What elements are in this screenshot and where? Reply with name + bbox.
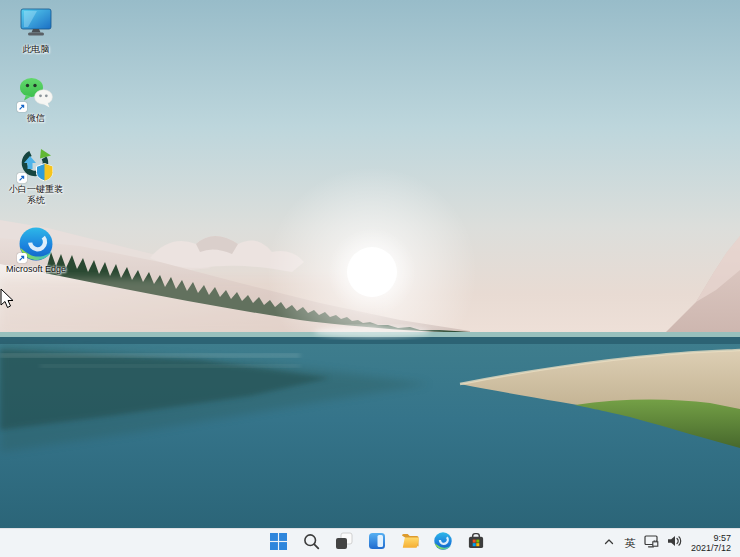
task-view-icon: [335, 532, 353, 554]
taskbar-button-start[interactable]: [266, 531, 290, 555]
ime-language-label: 英: [620, 536, 640, 551]
widgets-icon: [368, 532, 386, 554]
windows-logo-icon: [270, 533, 287, 554]
tray-time: 9:57: [691, 533, 731, 543]
xiaobai-reinstall-icon: [19, 147, 53, 181]
chevron-up-icon: [603, 534, 615, 552]
monitor-icon: [19, 7, 53, 41]
hidden-icons-chevron[interactable]: [599, 531, 619, 555]
desktop-icon-label: 微信: [27, 113, 45, 124]
network-status[interactable]: [641, 531, 663, 555]
input-method-indicator[interactable]: 英: [619, 531, 641, 555]
wechat-icon: [19, 76, 53, 110]
taskbar-button-file-explorer[interactable]: [398, 531, 422, 555]
wallpaper-image: [0, 0, 740, 528]
taskbar-button-widgets[interactable]: [365, 531, 389, 555]
ethernet-icon: [643, 533, 660, 553]
store-bag-icon: [467, 532, 485, 554]
system-tray: 英: [599, 529, 740, 557]
speaker-icon: [666, 533, 682, 553]
taskbar-button-task-view[interactable]: [332, 531, 356, 555]
shortcut-arrow-badge: [17, 173, 27, 183]
desktop[interactable]: 此电脑 微信: [0, 0, 740, 557]
tray-date: 2021/7/12: [691, 543, 731, 553]
search-icon: [303, 533, 320, 554]
taskbar: 英: [0, 528, 740, 557]
desktop-icon-wechat[interactable]: 微信: [4, 76, 68, 124]
edge-icon: [434, 532, 452, 554]
desktop-icon-this-pc[interactable]: 此电脑: [4, 7, 68, 55]
desktop-icon-xiaobai-reinstall[interactable]: 小白一键重装系统: [4, 147, 68, 206]
folder-icon: [401, 533, 420, 553]
desktop-icon-microsoft-edge[interactable]: Microsoft Edge: [4, 227, 68, 275]
edge-icon: [19, 227, 53, 261]
desktop-icon-label: 此电脑: [23, 44, 50, 55]
shortcut-arrow-badge: [17, 253, 27, 263]
taskbar-center-group: [266, 529, 488, 557]
volume-status[interactable]: [663, 531, 685, 555]
taskbar-button-store[interactable]: [464, 531, 488, 555]
clock[interactable]: 9:57 2021/7/12: [691, 533, 731, 553]
mouse-cursor: [0, 288, 14, 310]
desktop-icon-label: Microsoft Edge: [6, 264, 66, 275]
taskbar-button-edge[interactable]: [431, 531, 455, 555]
shortcut-arrow-badge: [17, 102, 27, 112]
desktop-icon-label: 小白一键重装系统: [5, 184, 67, 206]
taskbar-button-search[interactable]: [299, 531, 323, 555]
